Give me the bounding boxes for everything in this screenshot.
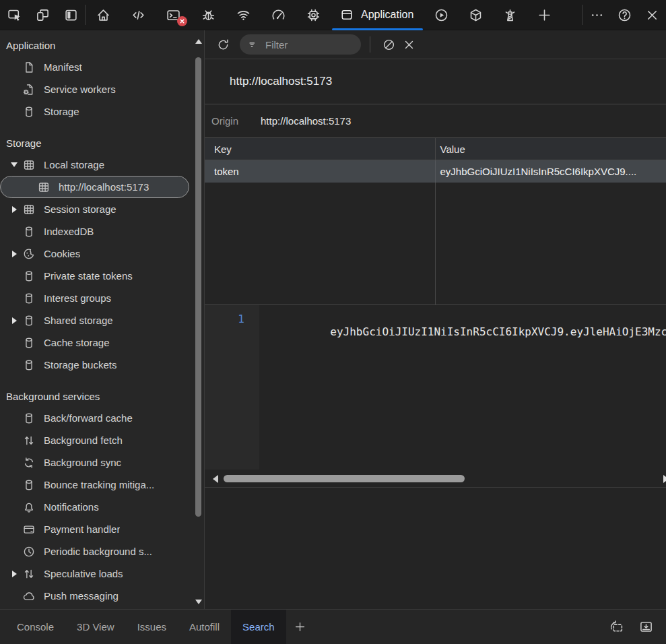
column-divider: [205, 183, 436, 304]
drawer-tab-search[interactable]: Search: [231, 610, 286, 644]
line-number-gutter: 1: [205, 305, 259, 470]
elements-code-icon[interactable]: [121, 3, 156, 27]
sidebar-item-payment-handler[interactable]: Payment handler: [0, 518, 189, 540]
sidebar-item-periodic-background-s[interactable]: Periodic background s...: [0, 540, 189, 562]
tab-application[interactable]: Application: [331, 0, 424, 30]
add-drawer-tab-plus-icon[interactable]: [286, 610, 314, 644]
undock-window-icon[interactable]: [601, 610, 631, 644]
sidebar-item-storage-buckets[interactable]: Storage buckets: [0, 354, 189, 376]
focus-panel-icon[interactable]: [57, 3, 85, 27]
sidebar-item-interest-groups[interactable]: Interest groups: [0, 287, 189, 309]
twisty-expanded-icon[interactable]: [6, 162, 22, 167]
delete-selected-icon[interactable]: [399, 34, 419, 55]
scroll-left-arrow-icon[interactable]: [213, 475, 218, 483]
sidebar-item-label: Periodic background s...: [44, 546, 152, 557]
sidebar-tree: ApplicationManifestService workersStorag…: [0, 34, 204, 607]
sidebar-item-private-state-tokens[interactable]: Private state tokens: [0, 265, 189, 287]
sidebar-item-local-storage[interactable]: Local storage: [0, 154, 189, 176]
database-icon: [22, 270, 36, 282]
sidebar-item-session-storage[interactable]: Session storage: [0, 198, 189, 220]
sidebar-item-back-forward-cache[interactable]: Back/forward cache: [0, 407, 189, 429]
sidebar-item-indexeddb[interactable]: IndexedDB: [0, 220, 189, 243]
line-number: 1: [205, 313, 259, 325]
scroll-up-arrow-icon[interactable]: [195, 37, 202, 45]
table-grid-icon: [22, 159, 36, 171]
drawer-tabs: Console3D ViewIssuesAutofillSearch: [5, 610, 286, 644]
row-key-cell[interactable]: token: [205, 160, 436, 183]
sidebar-item-background-sync[interactable]: Background sync: [0, 451, 189, 474]
drawer-tab-issues[interactable]: Issues: [126, 610, 178, 644]
devtools-body: ApplicationManifestService workersStorag…: [0, 30, 666, 609]
sidebar-item-speculative-loads[interactable]: Speculative loads: [0, 562, 189, 585]
drawer-tab-3d-view[interactable]: 3D View: [65, 610, 126, 644]
horizontal-scrollbar-thumb[interactable]: [224, 475, 465, 482]
home-icon[interactable]: [86, 3, 121, 27]
recorder-play-icon[interactable]: [424, 3, 459, 27]
drawer-tab-autofill[interactable]: Autofill: [178, 610, 231, 644]
datagrid-empty-area[interactable]: [205, 183, 666, 304]
sidebar-scrollbar[interactable]: [194, 37, 203, 606]
column-header-key[interactable]: Key: [205, 138, 436, 160]
refresh-icon[interactable]: [213, 34, 233, 55]
token-value-preview[interactable]: eyJhbGciOiJIUzI1NiIsInR5cCI6IkpXVCJ9.eyJ…: [259, 305, 666, 470]
close-devtools-icon[interactable]: [638, 3, 666, 27]
database-icon: [22, 479, 36, 491]
drawer-tab-console[interactable]: Console: [5, 610, 65, 644]
tab-application-label: Application: [361, 9, 413, 21]
scroll-right-arrow-icon[interactable]: [663, 475, 666, 483]
sidebar-item-cookies[interactable]: Cookies: [0, 243, 189, 265]
twisty-collapsed-icon[interactable]: [6, 571, 22, 577]
sidebar-item-http-localhost-5173[interactable]: http://localhost:5173: [0, 176, 189, 198]
memory-chip-icon[interactable]: [296, 3, 331, 27]
sources-bug-icon[interactable]: [191, 3, 226, 27]
device-toolbar-icon[interactable]: [28, 3, 57, 27]
twisty-collapsed-icon[interactable]: [6, 251, 22, 257]
lighthouse-icon[interactable]: [493, 3, 527, 27]
horizontal-scrollbar[interactable]: [205, 470, 666, 488]
database-icon: [22, 292, 36, 304]
value-preview-pane: 1 eyJhbGciOiJIUzI1NiIsInR5cCI6IkpXVCJ9.e…: [205, 304, 666, 470]
network-wifi-icon[interactable]: [226, 3, 261, 27]
vertical-scrollbar-thumb[interactable]: [195, 57, 201, 517]
dock-to-bottom-icon[interactable]: [631, 610, 661, 644]
toolbar-divider: [370, 36, 370, 53]
updown-arrows-icon: [22, 568, 36, 580]
filter-input[interactable]: [264, 38, 353, 51]
sidebar-item-manifest[interactable]: Manifest: [0, 56, 189, 78]
database-icon: [22, 315, 36, 327]
database-icon: [22, 359, 36, 371]
origin-label: Origin: [211, 115, 238, 127]
sidebar-item-cache-storage[interactable]: Cache storage: [0, 331, 189, 354]
inspect-icon[interactable]: [0, 3, 28, 27]
sidebar-item-background-fetch[interactable]: Background fetch: [0, 429, 189, 451]
sidebar-item-storage[interactable]: Storage: [0, 100, 189, 123]
active-tab-underline: [332, 28, 423, 30]
sidebar-item-push-messaging[interactable]: Push messaging: [0, 585, 189, 607]
sidebar-item-service-workers[interactable]: Service workers: [0, 78, 189, 100]
row-value-cell[interactable]: eyJhbGciOiJIUzI1NiIsInR5cCI6IkpXVCJ9....: [436, 160, 666, 183]
add-tab-plus-icon[interactable]: [527, 3, 562, 27]
scroll-down-arrow-icon[interactable]: [195, 598, 202, 606]
more-options-icon[interactable]: [583, 3, 611, 27]
console-icon[interactable]: [156, 3, 191, 27]
origin-row: Origin http://localhost:5173: [205, 104, 666, 138]
storage-table-row[interactable]: tokeneyJhbGciOiJIUzI1NiIsInR5cCI6IkpXVCJ…: [205, 160, 666, 183]
performance-gauge-icon[interactable]: [261, 3, 296, 27]
database-icon: [22, 412, 36, 424]
sidebar-item-label: Cache storage: [44, 337, 110, 348]
3d-view-cube-icon[interactable]: [459, 3, 493, 27]
help-icon[interactable]: [611, 3, 638, 27]
sidebar-item-label: Session storage: [44, 203, 116, 215]
sidebar-item-bounce-tracking-mitiga[interactable]: Bounce tracking mitiga...: [0, 474, 189, 496]
sidebar-item-shared-storage[interactable]: Shared storage: [0, 309, 189, 331]
sidebar-item-label: Service workers: [44, 84, 116, 95]
column-header-value[interactable]: Value: [436, 138, 666, 160]
filter-box[interactable]: [240, 34, 361, 55]
clear-all-icon[interactable]: [378, 34, 399, 55]
twisty-collapsed-icon[interactable]: [6, 317, 22, 324]
sidebar-item-label: Interest groups: [44, 292, 111, 304]
sidebar-item-label: Payment handler: [44, 523, 120, 535]
sidebar-item-label: Storage buckets: [44, 359, 116, 371]
twisty-collapsed-icon[interactable]: [6, 206, 22, 213]
sidebar-item-notifications[interactable]: Notifications: [0, 496, 189, 518]
